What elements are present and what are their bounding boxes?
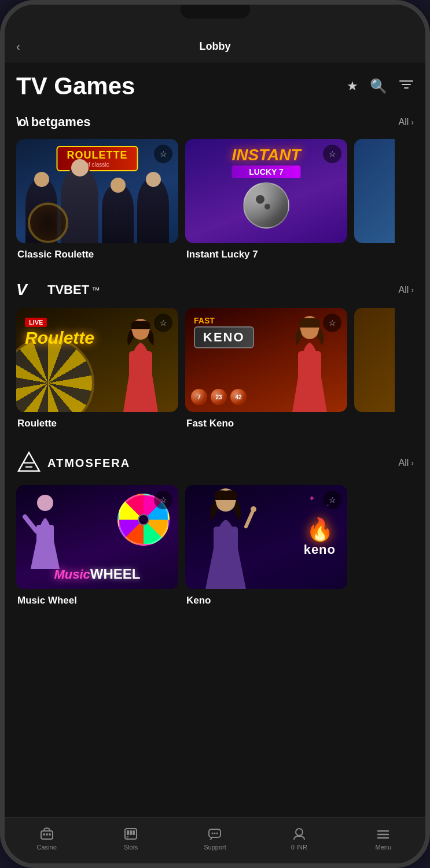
keno-atmos-title: Keno (185, 595, 347, 606)
lucky-tvbet-partial[interactable] (354, 308, 400, 429)
tvbet-games-row: LIVE Roulette (16, 308, 414, 432)
menu-nav-label: Menu (375, 844, 391, 851)
atmosfera-name: ATMOSFERA (47, 457, 130, 470)
support-icon (207, 826, 222, 841)
nav-slots[interactable]: 7 Slots (113, 826, 148, 851)
betgames-all-link[interactable]: All › (399, 117, 414, 127)
music-wheel-star[interactable]: ☆ (154, 491, 172, 509)
svg-text:V: V (16, 281, 28, 299)
fast-keno-title: Fast Keno (185, 418, 347, 429)
filter-icon[interactable] (399, 79, 414, 94)
tvbet-section-header: V TVBET ™ All › (16, 281, 414, 299)
svg-rect-7 (298, 351, 321, 380)
nav-menu[interactable]: Menu (366, 826, 400, 851)
classic-roulette-card[interactable]: ROULETTE of classic (16, 139, 178, 260)
atmosfera-all-chevron: › (411, 458, 414, 468)
classic-roulette-img[interactable]: ROULETTE of classic (16, 139, 178, 243)
svg-rect-23 (127, 830, 129, 835)
keno-label: FAST KENO (194, 316, 254, 348)
roulette-tvbet-star[interactable]: ☆ (154, 314, 172, 332)
menu-icon (376, 826, 391, 841)
svg-marker-8 (19, 453, 39, 471)
svg-point-28 (212, 832, 214, 834)
classic-roulette-star[interactable]: ☆ (154, 145, 172, 163)
instant-lucky7-star[interactable]: ☆ (323, 145, 341, 163)
keno-atmos-label: 🔥 keno (304, 517, 336, 557)
svg-point-31 (296, 829, 303, 836)
svg-point-30 (216, 832, 218, 834)
keno-balls: 7 23 42 (191, 389, 247, 405)
keno-atmos-star[interactable]: ☆ (323, 491, 341, 509)
atmosfera-section-header: ATMOSFERA All › (16, 450, 414, 476)
lucky-tvbet-img[interactable] (354, 308, 395, 412)
instant-lucky7-title: Instant Lucky 7 (185, 249, 347, 260)
svg-text:7: 7 (126, 835, 129, 840)
music-wheel-title-text: MusicWHEEL (54, 566, 140, 582)
notch (181, 5, 250, 19)
keno-atmos-img[interactable]: 🔥 keno ✦ ✦ ☆ (185, 485, 347, 589)
music-wheel-card[interactable]: MusicWHEEL ☆ Music Wheel (16, 485, 178, 606)
svg-point-19 (43, 833, 45, 836)
svg-point-29 (214, 832, 216, 834)
tvbet-logo: V TVBET ™ (16, 281, 100, 299)
svg-rect-12 (36, 525, 54, 545)
phone-inner: ‹ Lobby TV Games ★ 🔍 (5, 5, 425, 863)
page-header: TV Games ★ 🔍 (16, 74, 414, 98)
betgames-games-row: ROULETTE of classic (16, 139, 414, 263)
roulette-tvbet-img[interactable]: LIVE Roulette (16, 308, 178, 412)
svg-rect-24 (130, 830, 132, 835)
keno-atmos-card[interactable]: 🔥 keno ✦ ✦ ☆ Keno (185, 485, 347, 606)
svg-point-20 (46, 833, 48, 836)
svg-rect-5 (129, 351, 152, 380)
nav-support[interactable]: Support (197, 826, 232, 851)
svg-line-13 (25, 517, 36, 531)
tvbet-logo-svg: V (16, 281, 45, 299)
atmosfera-all-link[interactable]: All › (399, 458, 414, 468)
svg-rect-15 (214, 527, 238, 556)
betgames-section: \o\ betgames All › ROULETTE (16, 115, 414, 263)
fast-keno-card[interactable]: FAST KENO 8 7 23 42 (185, 308, 347, 429)
betgames-logo: \o\ betgames (16, 115, 90, 130)
slots-nav-label: Slots (124, 844, 138, 851)
nav-casino[interactable]: Casino (30, 826, 64, 851)
slots-icon: 7 (123, 826, 138, 841)
atmosfera-games-row: MusicWHEEL ☆ Music Wheel (16, 485, 414, 609)
fortune-img[interactable] (354, 139, 395, 243)
top-nav: ‹ Lobby (5, 30, 425, 62)
man-silhouette (22, 494, 68, 569)
instant-lucky7-card[interactable]: INSTANT LUCKY 7 ☆ Instant Lucky 7 (185, 139, 347, 260)
search-icon[interactable]: 🔍 (370, 78, 387, 94)
instant-lucky7-img[interactable]: INSTANT LUCKY 7 ☆ (185, 139, 347, 243)
balance-icon (292, 826, 307, 841)
tvbet-all-link[interactable]: All › (399, 285, 414, 295)
svg-point-21 (49, 833, 51, 836)
music-wheel-title: Music Wheel (16, 595, 178, 606)
roulette-tvbet-card[interactable]: LIVE Roulette (16, 308, 178, 429)
support-nav-label: Support (204, 844, 226, 851)
atmosfera-section: ATMOSFERA All › (16, 450, 414, 609)
tvbet-roulette-label: LIVE Roulette (25, 317, 94, 347)
svg-point-17 (251, 506, 256, 512)
nav-title: Lobby (200, 41, 231, 53)
atmosfera-logo: ATMOSFERA (16, 450, 130, 476)
content-area: TV Games ★ 🔍 \ (5, 62, 425, 817)
roulette-tvbet-title: Roulette (16, 418, 178, 429)
fast-keno-star[interactable]: ☆ (323, 314, 341, 332)
fortune-partial-card[interactable] (354, 139, 400, 260)
casino-icon (39, 826, 54, 841)
roulette-wheel-sm (28, 203, 68, 243)
back-button[interactable]: ‹ (16, 40, 20, 53)
favorites-icon[interactable]: ★ (347, 79, 358, 94)
lucky-ball (243, 182, 289, 229)
music-wheel-img[interactable]: MusicWHEEL ☆ (16, 485, 178, 589)
bottom-nav: Casino 7 Slots (5, 817, 425, 863)
betgames-section-header: \o\ betgames All › (16, 115, 414, 130)
svg-line-16 (246, 511, 253, 527)
nav-balance[interactable]: 0 INR (282, 826, 317, 851)
tvbet-all-chevron: › (411, 285, 414, 295)
keno-atmos-lady (188, 485, 263, 589)
fast-keno-img[interactable]: FAST KENO 8 7 23 42 (185, 308, 347, 412)
betgames-all-chevron: › (411, 117, 414, 127)
classic-roulette-title: Classic Roulette (16, 249, 178, 260)
header-icons: ★ 🔍 (347, 78, 414, 94)
